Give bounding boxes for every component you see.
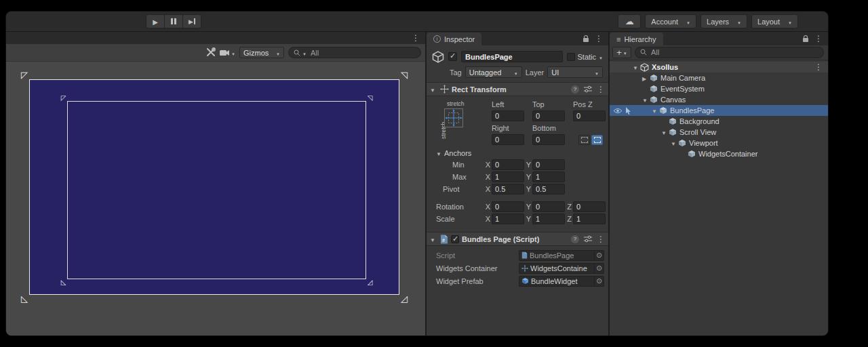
left-field[interactable]: 0: [492, 110, 524, 121]
account-dropdown[interactable]: Account: [645, 14, 696, 28]
scene-menu-icon[interactable]: [412, 33, 420, 43]
create-object-button[interactable]: +: [612, 47, 631, 58]
tab-inspector[interactable]: Inspector: [427, 33, 481, 45]
foldout-expanded-icon[interactable]: [661, 128, 669, 136]
layer-label: Layer: [526, 68, 545, 77]
lock-icon[interactable]: [583, 38, 589, 42]
active-checkbox[interactable]: [448, 52, 457, 61]
cloud-services-button[interactable]: [618, 14, 641, 28]
right-field[interactable]: 0: [492, 134, 524, 145]
foldout-expanded-icon[interactable]: [671, 139, 678, 147]
tag-dropdown[interactable]: Untagged: [465, 66, 522, 78]
script-object-field[interactable]: BundlesPage: [519, 250, 604, 261]
anchor-handle[interactable]: [366, 94, 374, 102]
scale-y-field[interactable]: 1: [532, 213, 565, 224]
object-picker-icon[interactable]: [594, 251, 604, 260]
tool-settings-icon[interactable]: [206, 47, 216, 58]
presets-icon[interactable]: [584, 235, 592, 243]
rotation-x-field[interactable]: 0: [492, 201, 524, 212]
lock-icon[interactable]: [803, 38, 808, 42]
z-axis-label: Z: [565, 215, 572, 223]
max-x-field[interactable]: 1: [492, 171, 524, 182]
gizmos-dropdown[interactable]: Gizmos: [239, 47, 284, 58]
bottom-field[interactable]: 0: [532, 134, 565, 145]
min-x-field[interactable]: 0: [492, 159, 524, 170]
scene-viewport[interactable]: [6, 62, 425, 336]
presets-icon[interactable]: [584, 85, 592, 93]
layers-dropdown[interactable]: Layers: [701, 14, 747, 28]
rect-corner-handle[interactable]: [20, 70, 29, 80]
widgets-container-object-field[interactable]: WidgetsContaine: [519, 263, 604, 274]
scale-x-field[interactable]: 1: [492, 213, 524, 224]
hierarchy-row[interactable]: Canvas: [610, 94, 828, 105]
pivot-y-field[interactable]: 0.5: [532, 184, 565, 195]
step-button[interactable]: [182, 14, 201, 28]
foldout-expanded-icon[interactable]: [430, 235, 437, 243]
gizmos-dropdown-label: Gizmos: [243, 49, 269, 57]
rect-corner-handle[interactable]: [20, 294, 29, 304]
rotation-z-field[interactable]: 0: [573, 201, 606, 212]
anchor-handle[interactable]: [366, 279, 374, 286]
pos-z-field[interactable]: 0: [573, 110, 606, 121]
static-checkbox[interactable]: [567, 53, 575, 61]
hierarchy-row[interactable]: EventSystem: [610, 83, 828, 94]
rect-transform-header[interactable]: Rect Transform: [427, 82, 608, 96]
rotation-y-field[interactable]: 0: [532, 201, 565, 212]
hierarchy-search-input[interactable]: All: [635, 47, 824, 58]
anchor-presets-button[interactable]: stretch stretch: [427, 100, 484, 146]
scale-z-field[interactable]: 1: [573, 213, 606, 224]
hierarchy-row[interactable]: Background: [610, 116, 828, 127]
hierarchy-menu-icon[interactable]: [814, 34, 823, 43]
component-menu-icon[interactable]: [597, 85, 605, 94]
object-picker-icon[interactable]: [594, 264, 604, 273]
scene-camera-button[interactable]: [220, 49, 235, 57]
static-dropdown[interactable]: Static: [567, 53, 603, 61]
pickability-cursor-icon[interactable]: [625, 107, 631, 115]
max-y-field[interactable]: 1: [532, 171, 565, 182]
anchors-foldout[interactable]: Anchors: [427, 147, 606, 159]
hierarchy-row-scene[interactable]: Xsollus: [610, 62, 828, 73]
layer-dropdown[interactable]: UI: [547, 66, 603, 78]
help-icon[interactable]: [571, 85, 579, 94]
component-enabled-checkbox[interactable]: [451, 235, 459, 243]
hierarchy-row[interactable]: Viewport: [610, 138, 828, 148]
object-name-field[interactable]: BundlesPage: [461, 51, 563, 62]
hierarchy-item-label: WidgetsContainer: [698, 150, 757, 158]
pause-button[interactable]: [164, 14, 183, 28]
tab-hierarchy[interactable]: Hierarchy: [610, 33, 663, 45]
foldout-expanded-icon[interactable]: [430, 85, 437, 94]
widget-prefab-object-field[interactable]: BundleWidget: [519, 276, 604, 287]
x-axis-label: X: [484, 215, 490, 223]
pivot-x-field[interactable]: 0.5: [492, 184, 524, 195]
hierarchy-row-selected[interactable]: BundlesPage: [610, 105, 828, 116]
visibility-eye-icon[interactable]: [613, 108, 623, 114]
foldout-expanded-icon[interactable]: [633, 63, 640, 71]
scene-search-input[interactable]: All: [288, 47, 421, 58]
foldout-expanded-icon[interactable]: [652, 106, 659, 115]
help-icon[interactable]: [571, 235, 579, 243]
anchor-handle[interactable]: [60, 279, 67, 286]
blueprint-mode-icon[interactable]: [578, 135, 590, 145]
min-y-field[interactable]: 0: [532, 159, 565, 170]
inspector-menu-icon[interactable]: [595, 34, 603, 43]
play-button[interactable]: [146, 14, 165, 28]
toolbar-right-controls: Account Layers Layout: [618, 14, 798, 28]
canvas-rect-gizmo[interactable]: [29, 79, 399, 295]
hierarchy-row[interactable]: Main Camera: [610, 73, 828, 83]
raw-edit-mode-icon[interactable]: [591, 135, 603, 145]
selected-rect-gizmo[interactable]: [67, 101, 366, 279]
object-picker-icon[interactable]: [594, 277, 604, 286]
anchor-handle[interactable]: [60, 94, 67, 102]
hierarchy-row[interactable]: WidgetsContainer: [610, 148, 828, 159]
foldout-collapsed-icon[interactable]: [642, 74, 650, 82]
foldout-expanded-icon[interactable]: [642, 96, 650, 104]
component-menu-icon[interactable]: [597, 234, 605, 244]
layout-dropdown[interactable]: Layout: [751, 14, 798, 28]
rect-corner-handle[interactable]: [399, 70, 409, 80]
bundles-page-script-header[interactable]: # Bundles Page (Script): [427, 232, 608, 246]
hierarchy-row[interactable]: Scroll View: [610, 127, 828, 138]
scene-row-menu-icon[interactable]: [814, 62, 823, 72]
plus-icon: +: [616, 48, 622, 57]
rect-corner-handle[interactable]: [399, 294, 409, 304]
top-field[interactable]: 0: [532, 110, 565, 121]
